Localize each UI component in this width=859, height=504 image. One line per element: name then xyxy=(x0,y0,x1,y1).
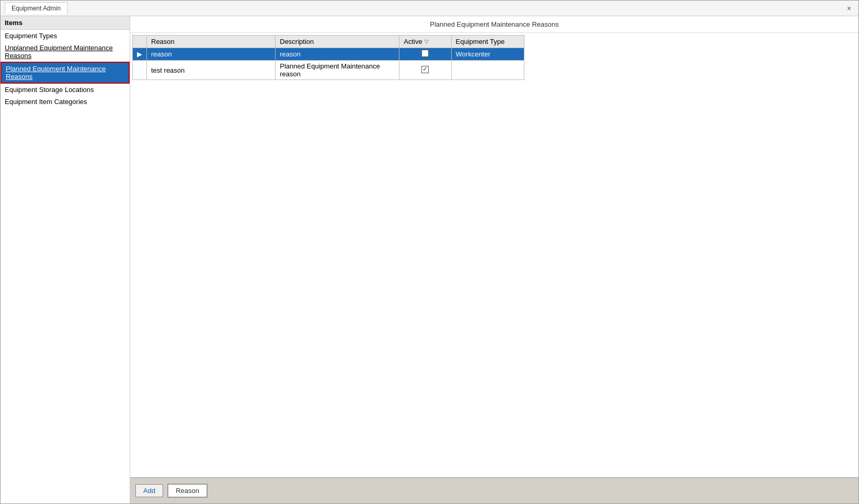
add-button[interactable]: Add xyxy=(135,484,163,497)
sidebar-item-unplanned-maintenance-reasons[interactable]: Unplanned Equipment Maintenance Reasons xyxy=(1,42,130,62)
panel-title: Planned Equipment Maintenance Reasons xyxy=(130,16,858,33)
col-active[interactable]: Active ▽ xyxy=(399,36,451,48)
active-checkbox[interactable] xyxy=(421,50,429,57)
cell-equipment-type xyxy=(451,61,524,80)
table-container: Reason Description Active ▽ xyxy=(130,33,858,477)
table-body: ▶reasonreasonWorkcentertest reasonPlanne… xyxy=(133,48,524,80)
col-description[interactable]: Description xyxy=(276,36,399,48)
window-title: Equipment Admin xyxy=(12,5,61,12)
cell-active[interactable] xyxy=(399,48,451,61)
cell-reason: test reason xyxy=(147,61,276,80)
footer-bar: Add Reason xyxy=(130,477,858,503)
sidebar-header: Items xyxy=(1,16,130,30)
cell-active[interactable] xyxy=(399,61,451,80)
cell-description: reason xyxy=(276,48,399,61)
col-equipment-type[interactable]: Equipment Type xyxy=(451,36,524,48)
sidebar-item-equipment-types[interactable]: Equipment Types xyxy=(1,30,130,42)
cell-equipment-type: Workcenter xyxy=(451,48,524,61)
active-checkbox[interactable] xyxy=(421,66,429,73)
table-row[interactable]: ▶reasonreasonWorkcenter xyxy=(133,48,524,61)
title-tab: Equipment Admin xyxy=(5,2,67,14)
main-content: Items Equipment Types Unplanned Equipmen… xyxy=(1,16,858,503)
cell-description: Planned Equipment Maintenance reason xyxy=(276,61,399,80)
main-window: Equipment Admin × Items Equipment Types … xyxy=(0,0,859,504)
row-indicator: ▶ xyxy=(133,48,147,61)
close-button[interactable]: × xyxy=(844,3,854,14)
title-bar: Equipment Admin × xyxy=(1,1,858,16)
active-filter-icon: ▽ xyxy=(425,39,429,44)
data-table: Reason Description Active ▽ xyxy=(132,35,524,80)
reason-button[interactable]: Reason xyxy=(167,484,208,498)
table-row[interactable]: test reasonPlanned Equipment Maintenance… xyxy=(133,61,524,80)
row-indicator xyxy=(133,61,147,80)
table-header-row: Reason Description Active ▽ xyxy=(133,36,524,48)
sidebar-item-planned-maintenance-reasons[interactable]: Planned Equipment Maintenance Reasons xyxy=(1,62,130,84)
col-indicator xyxy=(133,36,147,48)
cell-reason: reason xyxy=(147,48,276,61)
sidebar-item-equipment-storage-locations[interactable]: Equipment Storage Locations xyxy=(1,84,130,96)
sidebar-item-equipment-item-categories[interactable]: Equipment Item Categories xyxy=(1,96,130,108)
right-panel: Planned Equipment Maintenance Reasons Re… xyxy=(130,16,858,503)
sidebar: Items Equipment Types Unplanned Equipmen… xyxy=(1,16,130,503)
col-reason[interactable]: Reason xyxy=(147,36,276,48)
